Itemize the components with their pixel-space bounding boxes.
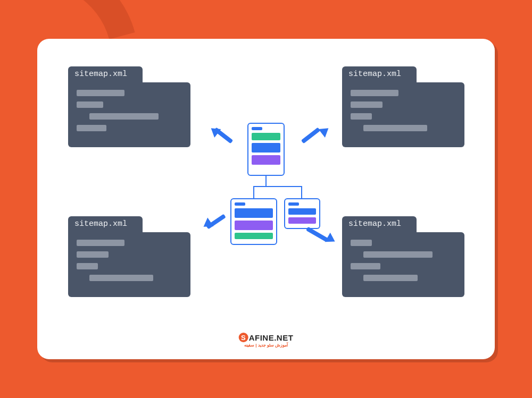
brand-tagline: آموزش سئو جدید | سفینه — [239, 343, 294, 348]
content-line — [363, 275, 418, 281]
content-line — [77, 90, 124, 96]
page-block — [252, 143, 280, 153]
tree-connector — [265, 176, 267, 187]
content-line — [77, 101, 103, 108]
content-line — [363, 125, 427, 131]
folder-body — [342, 232, 464, 297]
page-block — [235, 202, 245, 206]
folder-tab-label: sitemap.xml — [68, 66, 143, 82]
content-line — [363, 251, 433, 258]
folder-top-left: sitemap.xml — [68, 66, 190, 147]
brand-text: AFINE.NET — [249, 333, 294, 342]
brand-logo: SAFINE.NET آموزش سئو جدید | سفینه — [239, 333, 294, 348]
content-line — [351, 113, 372, 120]
content-line — [77, 263, 98, 269]
tree-connector — [253, 186, 302, 187]
folder-tab-label: sitemap.xml — [342, 66, 417, 82]
content-line — [351, 263, 380, 269]
page-block — [288, 217, 316, 224]
folder-body — [68, 232, 190, 297]
folder-body — [342, 82, 464, 147]
site-page-root — [247, 123, 285, 176]
folder-bottom-right: sitemap.xml — [342, 216, 464, 297]
page-block — [252, 155, 280, 165]
content-line — [77, 251, 109, 258]
site-page-child-right — [284, 198, 320, 229]
page-block — [235, 208, 273, 218]
folder-tab-label: sitemap.xml — [342, 216, 417, 232]
brand-logo-badge: S — [239, 333, 248, 342]
tree-connector — [301, 186, 302, 198]
content-line — [77, 240, 124, 246]
brand-name: SAFINE.NET — [239, 333, 294, 342]
page-block — [235, 233, 273, 239]
content-line — [89, 275, 153, 281]
page-block — [235, 221, 273, 230]
page-block — [288, 208, 316, 215]
content-line — [351, 101, 383, 108]
diagram-card: sitemap.xml sitemap.xml sitemap.xml site… — [37, 39, 495, 359]
folder-bottom-left: sitemap.xml — [68, 216, 190, 297]
site-page-child-left — [230, 198, 277, 245]
page-block — [252, 133, 280, 140]
page-block — [252, 127, 262, 130]
content-line — [351, 240, 372, 246]
folder-body — [68, 82, 190, 147]
folder-top-right: sitemap.xml — [342, 66, 464, 147]
page-block — [288, 202, 299, 206]
content-line — [351, 90, 398, 96]
content-line — [89, 113, 159, 120]
tree-connector — [253, 186, 254, 198]
content-line — [77, 125, 106, 131]
folder-tab-label: sitemap.xml — [68, 216, 143, 232]
